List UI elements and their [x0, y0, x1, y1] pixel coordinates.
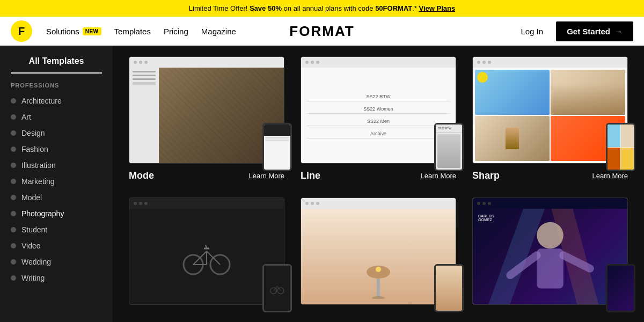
get-started-button[interactable]: Get Started →: [556, 21, 633, 41]
mobile-line: [265, 137, 289, 138]
mobile-line: [265, 138, 289, 140]
line-item-4: Archive: [306, 129, 450, 138]
learn-more-sharp[interactable]: Learn More: [592, 172, 628, 180]
template-grid: Mode Learn More SS22 RTW: [129, 56, 628, 311]
browser-dot: [482, 202, 486, 205]
template-card-line: SS22 RTW SS22 Women SS22 Men Archive SS2…: [301, 56, 456, 181]
line-layout: SS22 RTW SS22 Women SS22 Men Archive: [301, 68, 456, 163]
sidebar-item-video[interactable]: Video: [0, 238, 113, 254]
sidebar-item-art[interactable]: Art: [0, 109, 113, 125]
line-item-1: SS22 RTW: [306, 92, 450, 101]
svg-rect-13: [377, 279, 380, 297]
sidebar-item-marketing[interactable]: Marketing: [0, 173, 113, 189]
svg-point-14: [372, 296, 385, 299]
banner-code: 50FORMAT: [375, 4, 412, 12]
browser-dot: [305, 202, 309, 205]
template-preview-bike[interactable]: [129, 197, 284, 305]
nav-magazine[interactable]: Magazine: [196, 24, 241, 39]
browser-dot: [488, 61, 491, 64]
mode-layout: [129, 68, 284, 163]
bike-illustration: [174, 235, 239, 278]
mobile-line: [265, 140, 289, 141]
new-badge: NEW: [83, 27, 101, 35]
mobile-overlay-interior: [434, 264, 464, 312]
learn-more-line[interactable]: Learn More: [421, 172, 456, 180]
dot-icon: [11, 195, 16, 200]
browser-dot: [144, 202, 148, 205]
svg-line-19: [564, 255, 590, 269]
mobile-content: [264, 136, 290, 170]
logo[interactable]: F: [11, 20, 32, 42]
sidebar-item-writing[interactable]: Writing: [0, 270, 113, 286]
browser-bar: [473, 198, 627, 209]
banner-link[interactable]: View Plans: [419, 4, 456, 12]
sidebar-item-illustration[interactable]: Illustration: [0, 157, 113, 173]
dot-icon: [11, 259, 16, 265]
nav-templates[interactable]: Templates: [109, 24, 156, 39]
browser-content-interior: [301, 209, 456, 304]
browser-dot: [144, 61, 148, 64]
template-preview-mode[interactable]: [129, 56, 284, 164]
browser-dot: [139, 61, 142, 64]
browser-content-bike: [129, 209, 284, 304]
browser-mockup-mode: [129, 57, 284, 163]
browser-mockup-interior: [301, 198, 456, 304]
mobile-screen-bike: [264, 266, 290, 311]
dot-icon: [11, 147, 16, 152]
sharp-layout: [473, 68, 627, 163]
header-actions: Log In Get Started →: [512, 21, 633, 41]
learn-more-mode[interactable]: Learn More: [249, 172, 284, 180]
arrow-icon: →: [614, 27, 623, 36]
interior-illustration: [357, 261, 400, 299]
browser-dot: [139, 202, 142, 205]
template-card-footer-line: Line Learn More: [301, 170, 456, 181]
banner-text-suffix: on all annual plans with code: [282, 4, 375, 12]
mobile-screen-line: SS22 RTW: [436, 125, 462, 170]
bike-mini: [268, 282, 287, 295]
sidebar-item-model[interactable]: Model: [0, 189, 113, 206]
template-card-footer-mode: Mode Learn More: [129, 170, 284, 181]
sidebar-item-architecture[interactable]: Architecture: [0, 93, 113, 109]
template-preview-line[interactable]: SS22 RTW SS22 Women SS22 Men Archive SS2…: [301, 56, 456, 164]
mode-sidebar: [129, 68, 159, 163]
page-body: All Templates PROFESSIONS Architecture A…: [0, 46, 644, 322]
browser-bar: [129, 57, 284, 68]
banner-text-prefix: Limited Time Offer!: [189, 4, 250, 12]
template-card-mode: Mode Learn More: [129, 56, 284, 181]
template-name-sharp: Sharp: [472, 170, 500, 181]
sidebar-item-wedding[interactable]: Wedding: [0, 254, 113, 270]
sidebar: All Templates PROFESSIONS Architecture A…: [0, 46, 113, 322]
template-preview-sharp[interactable]: [472, 56, 628, 164]
browser-dot: [316, 202, 319, 205]
sidebar-item-fashion[interactable]: Fashion: [0, 141, 113, 157]
sidebar-item-student[interactable]: Student: [0, 222, 113, 238]
browser-mockup-concert: CARLOSGOMEZ: [473, 198, 627, 304]
svg-rect-17: [537, 248, 564, 288]
nav-solutions[interactable]: Solutions NEW: [41, 24, 107, 39]
mobile-overlay-mode: [262, 123, 292, 171]
mobile-overlay-bike: [262, 264, 292, 312]
brand-name: FORMAT: [289, 23, 354, 40]
sidebar-item-photography[interactable]: Photography: [0, 206, 113, 222]
template-preview-concert[interactable]: CARLOSGOMEZ: [472, 197, 628, 305]
login-button[interactable]: Log In: [512, 23, 552, 40]
dot-icon: [11, 114, 16, 120]
sidebar-section-label: PROFESSIONS: [0, 82, 113, 93]
nav-pricing[interactable]: Pricing: [158, 24, 194, 39]
bike-layout: [129, 209, 284, 304]
sidebar-item-design[interactable]: Design: [0, 125, 113, 141]
line-item-2: SS22 Women: [306, 105, 450, 114]
svg-line-3: [207, 251, 220, 265]
mobile-overlay-concert: [606, 264, 635, 312]
browser-dot: [311, 61, 314, 64]
sharp-image-3: [475, 116, 550, 161]
svg-line-2: [193, 251, 207, 265]
sharp-image-1: [475, 70, 550, 115]
dot-icon: [11, 98, 16, 104]
template-preview-interior[interactable]: [301, 197, 456, 305]
browser-bar: [473, 57, 627, 68]
svg-line-18: [510, 255, 537, 275]
sidebar-title[interactable]: All Templates: [11, 56, 102, 74]
main-content: Mode Learn More SS22 RTW: [113, 46, 644, 322]
mobile-screen-sharp: [608, 125, 634, 170]
